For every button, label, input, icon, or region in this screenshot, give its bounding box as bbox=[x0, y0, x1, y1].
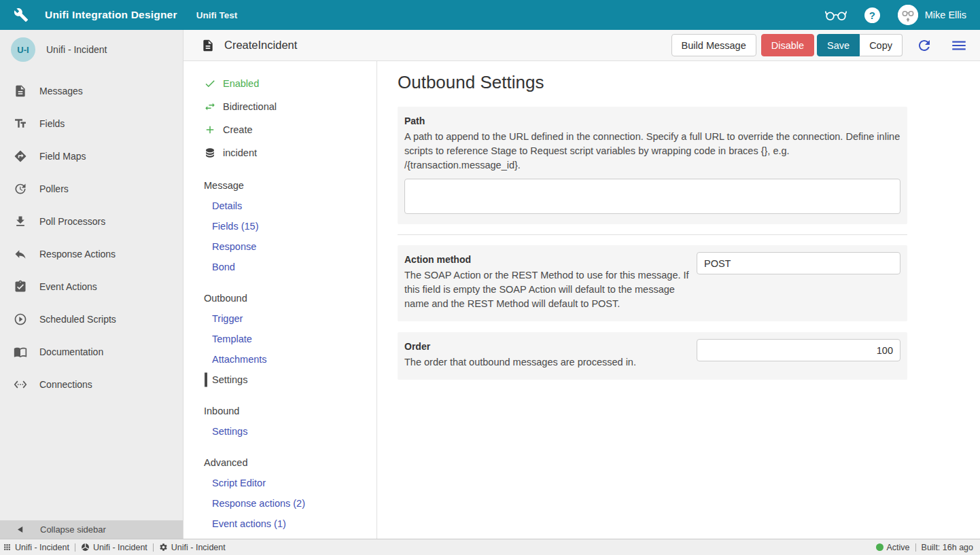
statusbar-item-label: Unifi - Incident bbox=[15, 543, 69, 552]
statusbar-item-process[interactable]: Unifi - Incident bbox=[81, 543, 147, 552]
nav-link-inbound-settings[interactable]: Settings bbox=[204, 421, 377, 442]
sidebar-item-documentation[interactable]: Documentation bbox=[0, 336, 183, 368]
directions-icon bbox=[14, 149, 27, 163]
user-avatar bbox=[898, 5, 918, 25]
refresh-icon[interactable] bbox=[916, 37, 932, 54]
nav-section-header: Inbound bbox=[204, 401, 377, 421]
path-description: A path to append to the URL defined in t… bbox=[404, 130, 900, 173]
top-app-bar: Unifi Integration Designer Unifi Test ? bbox=[0, 0, 980, 30]
build-message-button[interactable]: Build Message bbox=[671, 34, 756, 56]
path-input[interactable] bbox=[404, 179, 900, 214]
message-document-icon bbox=[201, 39, 215, 52]
sidebar-item-field-maps[interactable]: Field Maps bbox=[0, 140, 183, 173]
nav-link-trigger[interactable]: Trigger bbox=[204, 308, 377, 329]
nav-link-details[interactable]: Details bbox=[204, 196, 377, 216]
nav-link-attachments[interactable]: Attachments bbox=[204, 349, 377, 370]
statusbar-item-apps[interactable]: Unifi - Incident bbox=[3, 543, 69, 552]
action-method-input[interactable] bbox=[697, 252, 900, 274]
text-fields-icon bbox=[14, 117, 27, 130]
sidebar-item-messages[interactable]: Messages bbox=[0, 75, 183, 107]
app-window: Unifi Integration Designer Unifi Test ? bbox=[0, 0, 980, 555]
nav-link-event-actions[interactable]: Event actions (1) bbox=[204, 514, 377, 534]
table-status: incident bbox=[204, 141, 377, 164]
collapse-sidebar-label: Collapse sidebar bbox=[40, 524, 106, 535]
sidebar-item-poll-processors[interactable]: Poll Processors bbox=[0, 205, 183, 238]
clipboard-check-icon bbox=[14, 280, 27, 293]
environment-name[interactable]: Unifi Test bbox=[196, 10, 238, 20]
status-bar: Unifi - Incident Unifi - Incident Unifi … bbox=[0, 539, 980, 555]
nav-link-template[interactable]: Template bbox=[204, 329, 377, 349]
order-input[interactable] bbox=[697, 339, 900, 361]
message-type-status: Create bbox=[204, 118, 377, 141]
sidebar-item-event-actions[interactable]: Event Actions bbox=[0, 270, 183, 303]
disable-button[interactable]: Disable bbox=[761, 34, 814, 56]
user-menu[interactable]: Mike Ellis bbox=[898, 5, 966, 25]
menu-icon[interactable] bbox=[950, 37, 968, 54]
message-type-label: Create bbox=[223, 124, 253, 135]
glasses-icon[interactable] bbox=[825, 8, 847, 22]
message-nav: Enabled Bidirectional Create incident bbox=[183, 61, 377, 539]
nav-link-response-actions[interactable]: Response actions (2) bbox=[204, 493, 377, 514]
sidebar-item-pollers[interactable]: Pollers bbox=[0, 173, 183, 205]
page-title: Outbound Settings bbox=[398, 72, 980, 93]
copy-button[interactable]: Copy bbox=[860, 34, 903, 56]
document-icon bbox=[14, 84, 27, 98]
sidebar-item-label: Scheduled Scripts bbox=[39, 314, 116, 325]
settings-content: Outbound Settings Path A path to append … bbox=[377, 61, 980, 539]
integration-avatar: U-I bbox=[11, 37, 35, 62]
sidebar-item-response-actions[interactable]: Response Actions bbox=[0, 238, 183, 270]
collapse-arrow-icon bbox=[18, 526, 24, 533]
nav-link-outbound-settings[interactable]: Settings bbox=[204, 370, 377, 390]
check-icon bbox=[204, 77, 216, 90]
collapse-sidebar-button[interactable]: Collapse sidebar bbox=[0, 520, 183, 539]
statusbar-item-settings[interactable]: Unifi - Incident bbox=[159, 543, 226, 552]
path-field-panel: Path A path to append to the URL defined… bbox=[398, 107, 907, 224]
action-method-label: Action method bbox=[404, 254, 700, 265]
built-label: Built: 16h ago bbox=[922, 543, 973, 552]
update-icon bbox=[14, 182, 27, 196]
sidebar-item-label: Documentation bbox=[39, 346, 103, 357]
help-icon[interactable]: ? bbox=[864, 7, 880, 23]
sidebar-item-label: Poll Processors bbox=[39, 216, 105, 227]
sidebar-item-label: Field Maps bbox=[39, 151, 86, 162]
order-label: Order bbox=[404, 341, 700, 352]
sidebar-item-fields[interactable]: Fields bbox=[0, 107, 183, 140]
table-label: incident bbox=[223, 147, 257, 158]
section-divider bbox=[398, 234, 907, 235]
message-title: CreateIncident bbox=[224, 39, 297, 52]
plus-icon bbox=[204, 124, 216, 136]
sidebar-item-label: Connections bbox=[39, 379, 92, 390]
order-panel: Order The order that outbound messages a… bbox=[398, 332, 907, 380]
integration-header[interactable]: U-I Unifi - Incident bbox=[0, 30, 183, 69]
path-label: Path bbox=[404, 115, 900, 126]
sidebar-item-connections[interactable]: Connections bbox=[0, 368, 183, 401]
sidebar-menu: Messages Fields Field Maps Pollers Poll … bbox=[0, 69, 183, 520]
active-status-label: Active bbox=[887, 543, 910, 552]
save-button[interactable]: Save bbox=[817, 34, 860, 56]
reply-icon bbox=[14, 247, 27, 261]
gear-icon bbox=[159, 543, 168, 552]
book-icon bbox=[14, 345, 27, 359]
user-name: Mike Ellis bbox=[925, 10, 966, 20]
sidebar-item-scheduled-scripts[interactable]: Scheduled Scripts bbox=[0, 303, 183, 336]
nav-section-inbound: Inbound Settings bbox=[204, 401, 377, 442]
nav-section-header: Advanced bbox=[204, 452, 377, 473]
statusbar-item-label: Unifi - Incident bbox=[171, 543, 226, 552]
enabled-status: Enabled bbox=[204, 72, 377, 95]
statusbar-separator bbox=[915, 543, 916, 552]
statusbar-separator bbox=[75, 543, 75, 552]
database-icon bbox=[204, 147, 216, 159]
nav-link-fields[interactable]: Fields (15) bbox=[204, 216, 377, 236]
grid-icon bbox=[3, 543, 12, 552]
order-description: The order that outbound messages are pro… bbox=[404, 355, 700, 370]
nav-link-script-editor[interactable]: Script Editor bbox=[204, 473, 377, 493]
sidebar: U-I Unifi - Incident Messages Fields Fie… bbox=[0, 30, 183, 539]
nav-link-bond[interactable]: Bond bbox=[204, 257, 377, 277]
nav-section-message: Message Details Fields (15) Response Bon… bbox=[204, 175, 377, 277]
app-title: Unifi Integration Designer bbox=[45, 9, 177, 21]
nav-link-response[interactable]: Response bbox=[204, 236, 377, 257]
statusbar-separator bbox=[153, 543, 154, 552]
active-status-dot bbox=[876, 543, 883, 551]
action-method-description: The SOAP Action or the REST Method to us… bbox=[404, 268, 700, 311]
nav-section-header: Outbound bbox=[204, 288, 377, 308]
